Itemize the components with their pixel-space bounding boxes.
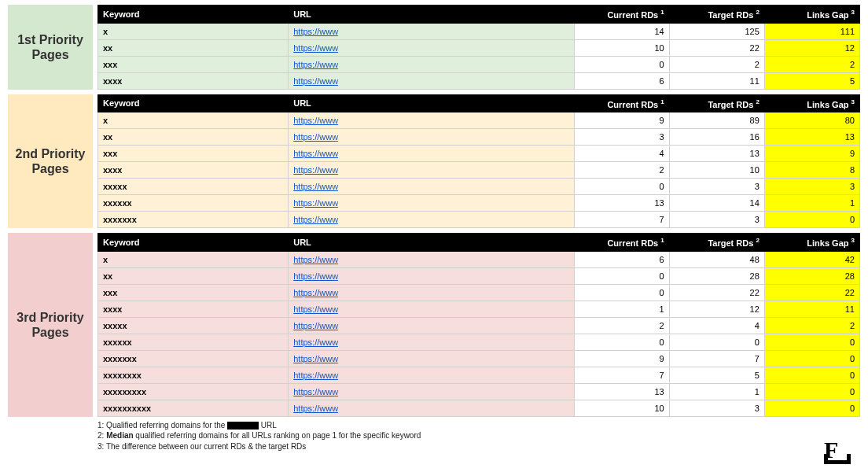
cell-current-rds: 0 (574, 179, 669, 195)
redacted-box (227, 422, 259, 430)
cell-target-rds: 3 (669, 212, 764, 228)
cell-url[interactable]: https://www (289, 267, 574, 284)
cell-current-rds: 2 (574, 317, 669, 334)
cell-url[interactable]: https://www (289, 284, 574, 301)
cell-url[interactable]: https://www (289, 350, 574, 367)
cell-links-gap: 12 (764, 39, 859, 56)
cell-links-gap: 8 (764, 162, 859, 179)
cell-url[interactable]: https://www (289, 112, 574, 129)
cell-current-rds: 6 (574, 251, 669, 267)
table-row: xxxxxxxxhttps://www750 (98, 367, 860, 383)
col-target-rds: Target RDs 2 (669, 6, 764, 24)
table-row: xxxxhttps://www2108 (98, 162, 860, 179)
cell-keyword: xxxxxxxx (98, 367, 289, 383)
table-row: xxxhttps://www4139 (98, 146, 860, 162)
table-row: xxxxxhttps://www033 (98, 179, 860, 195)
cell-url[interactable]: https://www (289, 179, 574, 195)
cell-links-gap: 13 (764, 129, 859, 146)
cell-url[interactable]: https://www (289, 317, 574, 334)
cell-target-rds: 10 (669, 162, 764, 179)
priority-label-1: 1st Priority Pages (8, 5, 93, 90)
table-row: xxxxxhttps://www242 (98, 317, 860, 334)
cell-current-rds: 3 (574, 129, 669, 146)
col-keyword: Keyword (98, 6, 289, 24)
cell-keyword: x (98, 251, 289, 267)
cell-keyword: xx (98, 39, 289, 56)
cell-current-rds: 0 (574, 334, 669, 350)
cell-target-rds: 22 (669, 39, 764, 56)
col-current-rds: Current RDs 1 (574, 6, 669, 24)
cell-url[interactable]: https://www (289, 367, 574, 383)
col-target-rds: Target RDs 2 (669, 234, 764, 252)
col-url: URL (289, 94, 574, 112)
cell-current-rds: 9 (574, 112, 669, 129)
cell-url[interactable]: https://www (289, 72, 574, 89)
cell-current-rds: 7 (574, 212, 669, 228)
cell-url[interactable]: https://www (289, 162, 574, 179)
cell-links-gap: 11 (764, 301, 859, 317)
cell-target-rds: 3 (669, 400, 764, 416)
col-current-rds: Current RDs 1 (574, 234, 669, 252)
col-links-gap: Links Gap 3 (764, 6, 859, 24)
cell-links-gap: 0 (764, 367, 859, 383)
priority-section-1: 1st Priority PagesKeywordURLCurrent RDs … (8, 5, 860, 90)
cell-links-gap: 2 (764, 317, 859, 334)
table-row: xxxxxxxxxxhttps://www1030 (98, 400, 860, 416)
cell-url[interactable]: https://www (289, 212, 574, 228)
cell-url[interactable]: https://www (289, 195, 574, 212)
cell-keyword: xxxxx (98, 317, 289, 334)
cell-links-gap: 0 (764, 400, 859, 416)
table-row: xxxhttps://www022 (98, 56, 860, 72)
cell-url[interactable]: https://www (289, 251, 574, 267)
cell-links-gap: 0 (764, 350, 859, 367)
cell-url[interactable]: https://www (289, 301, 574, 317)
cell-target-rds: 11 (669, 72, 764, 89)
cell-url[interactable]: https://www (289, 23, 574, 39)
cell-target-rds: 28 (669, 267, 764, 284)
cell-keyword: xx (98, 267, 289, 284)
col-url: URL (289, 6, 574, 24)
cell-keyword: xxxxxx (98, 195, 289, 212)
cell-target-rds: 125 (669, 23, 764, 39)
cell-keyword: xxxxx (98, 179, 289, 195)
table-row: xhttps://www14125111 (98, 23, 860, 39)
table-row: xxxxxxxhttps://www730 (98, 212, 860, 228)
cell-current-rds: 0 (574, 267, 669, 284)
cell-links-gap: 28 (764, 267, 859, 284)
priority-table-2: KeywordURLCurrent RDs 1Target RDs 2Links… (97, 94, 860, 229)
cell-current-rds: 14 (574, 23, 669, 39)
cell-url[interactable]: https://www (289, 334, 574, 350)
col-url: URL (289, 234, 574, 252)
cell-url[interactable]: https://www (289, 56, 574, 72)
cell-url[interactable]: https://www (289, 39, 574, 56)
cell-keyword: xxxx (98, 72, 289, 89)
cell-target-rds: 7 (669, 350, 764, 367)
footnote-2-pre: 2: (97, 431, 106, 440)
cell-links-gap: 42 (764, 251, 859, 267)
cell-links-gap: 2 (764, 56, 859, 72)
cell-links-gap: 111 (764, 23, 859, 39)
cell-current-rds: 0 (574, 56, 669, 72)
col-target-rds: Target RDs 2 (669, 94, 764, 112)
cell-url[interactable]: https://www (289, 400, 574, 416)
cell-target-rds: 2 (669, 56, 764, 72)
col-keyword: Keyword (98, 94, 289, 112)
cell-links-gap: 0 (764, 334, 859, 350)
cell-target-rds: 0 (669, 334, 764, 350)
cell-keyword: xxxxxxxxxx (98, 400, 289, 416)
cell-target-rds: 12 (669, 301, 764, 317)
footnote-2-bold: Median (106, 431, 133, 440)
cell-url[interactable]: https://www (289, 146, 574, 162)
cell-keyword: xxx (98, 56, 289, 72)
cell-target-rds: 13 (669, 146, 764, 162)
table-row: xxxxhttps://www11211 (98, 301, 860, 317)
cell-url[interactable]: https://www (289, 383, 574, 400)
table-row: xxxhttps://www02222 (98, 284, 860, 301)
cell-target-rds: 4 (669, 317, 764, 334)
cell-current-rds: 6 (574, 72, 669, 89)
cell-url[interactable]: https://www (289, 129, 574, 146)
table-row: xxhttps://www31613 (98, 129, 860, 146)
cell-keyword: xxxxxx (98, 334, 289, 350)
col-current-rds: Current RDs 1 (574, 94, 669, 112)
table-row: xxxxxxhttps://www000 (98, 334, 860, 350)
